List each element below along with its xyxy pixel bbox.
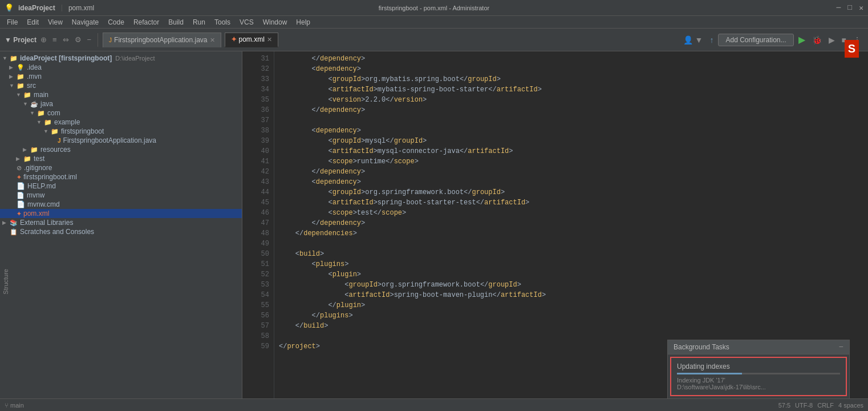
window-title: firstspringboot - pom.xml - Administrato… [379, 5, 489, 11]
tree-ext-libs[interactable]: ▶ 📚 External Libraries [0, 218, 242, 227]
line-number: 36 [254, 105, 269, 115]
menu-run[interactable]: Run [188, 17, 210, 27]
code-line: <artifactId>spring-boot-maven-plugin</ar… [279, 290, 863, 300]
root-path: D:\ideaProject [115, 55, 155, 62]
bg-tasks-close-button[interactable]: − [839, 342, 843, 352]
line-number: 41 [254, 156, 269, 167]
settings-button[interactable]: ⚙ [73, 35, 83, 45]
main-arrow: ▼ [16, 92, 22, 98]
menu-navigate[interactable]: Navigate [67, 17, 103, 27]
line-number: 52 [254, 269, 269, 280]
code-line: </dependencies> [279, 228, 863, 239]
git-branch[interactable]: ⑂ main [5, 402, 24, 409]
tree-helpmd[interactable]: ▶ 📄 HELP.md [0, 182, 242, 191]
project-sidebar: ▼ 📁 ideaProject [firstspringboot] D:\ide… [0, 51, 242, 398]
line-number: 47 [254, 218, 269, 228]
menu-vcs[interactable]: VCS [235, 17, 258, 27]
line-ending[interactable]: CRLF [817, 402, 834, 409]
close-pom-tab[interactable]: ✕ [267, 36, 272, 43]
line-number: 37 [254, 115, 269, 126]
line-number: 56 [254, 311, 269, 321]
code-line [279, 239, 863, 249]
tree-java[interactable]: ▼ ☕ java [0, 99, 242, 108]
idea-folder-icon: 💡 [17, 64, 25, 71]
menu-edit[interactable]: Edit [22, 17, 43, 27]
tree-com[interactable]: ▼ 📁 com [0, 108, 242, 118]
vcs-update-button[interactable]: ↑ [707, 34, 716, 46]
code-line: <scope>runtime</scope> [279, 156, 863, 167]
add-module-button[interactable]: ⊕ [39, 35, 48, 45]
collapse-all-button[interactable]: ≡ [51, 35, 59, 45]
tree-firstspringboot[interactable]: ▼ 📁 firstspringboot [0, 127, 242, 136]
minimize-button[interactable]: ─ [837, 3, 841, 13]
debug-button[interactable]: 🐞 [810, 34, 824, 46]
line-number: 43 [254, 177, 269, 187]
menu-file[interactable]: File [2, 17, 22, 27]
resources-label: resources [40, 146, 71, 154]
maximize-button[interactable]: □ [847, 3, 852, 13]
menu-tools[interactable]: Tools [210, 17, 235, 27]
bg-task-path: D:\software\Java\jdk-17\lib\src... [677, 384, 840, 390]
fsp-arrow: ▼ [43, 128, 49, 134]
tree-pomxml[interactable]: ▶ ✦ pom.xml [0, 209, 242, 218]
project-dropdown[interactable]: ▼ Project [5, 36, 36, 44]
user-profile-button[interactable]: 👤 ▼ [681, 34, 705, 46]
code-line: <build> [279, 249, 863, 259]
add-configuration-button[interactable]: Add Configuration... [718, 34, 793, 46]
mvnwcmd-label: mvnw.cmd [27, 200, 60, 208]
close-button[interactable]: ✕ [859, 3, 863, 13]
tree-root[interactable]: ▼ 📁 ideaProject [firstspringboot] D:\ide… [0, 54, 242, 63]
close-java-tab[interactable]: ✕ [210, 37, 215, 44]
mvnw-label: mvnw [27, 191, 44, 199]
tab-java[interactable]: J FirstspringbootApplication.java ✕ [103, 33, 221, 47]
code-line: <artifactId>mysql-connector-java</artifa… [279, 146, 863, 156]
scratches-icon: 📋 [10, 228, 18, 236]
encoding[interactable]: UTF-8 [795, 402, 813, 409]
structure-label[interactable]: Structure [0, 267, 11, 297]
tree-mvnwcmd[interactable]: ▶ 📄 mvnw.cmd [0, 200, 242, 209]
tree-scratches[interactable]: ▶ 📋 Scratches and Consoles [0, 227, 242, 236]
code-line: </plugin> [279, 300, 863, 311]
code-line: <plugin> [279, 269, 863, 280]
bg-task-progress-bar [677, 373, 742, 374]
line-number: 40 [254, 146, 269, 156]
run-button[interactable]: ▶ [796, 33, 808, 46]
com-folder-icon: 📁 [37, 110, 45, 117]
scratches-label: Scratches and Consoles [20, 228, 94, 236]
menu-view[interactable]: View [43, 17, 67, 27]
menu-refactor[interactable]: Refactor [129, 17, 164, 27]
tree-mvn[interactable]: ▶ 📁 .mvn [0, 72, 242, 81]
bg-task-name: Updating indexes [677, 362, 840, 370]
tree-resources[interactable]: ▶ 📁 resources [0, 145, 242, 154]
line-number: 44 [254, 187, 269, 198]
code-line: <dependency> [279, 126, 863, 136]
menu-window[interactable]: Window [258, 17, 292, 27]
fsp-folder-icon: 📁 [51, 128, 59, 135]
tree-example[interactable]: ▼ 📁 example [0, 118, 242, 127]
tree-main[interactable]: ▼ 📁 main [0, 90, 242, 99]
hide-sidebar-button[interactable]: − [86, 35, 94, 45]
menu-build[interactable]: Build [164, 17, 188, 27]
java-arrow: ▼ [23, 101, 29, 107]
code-line: </dependency> [279, 218, 863, 228]
coverage-button[interactable]: ▶ [826, 34, 837, 46]
line-number: 51 [254, 259, 269, 269]
line-number: 59 [254, 341, 269, 352]
test-arrow: ▶ [16, 156, 22, 162]
com-label: com [47, 109, 60, 117]
tree-test[interactable]: ▶ 📁 test [0, 154, 242, 163]
menu-help[interactable]: Help [291, 17, 315, 27]
tree-java-file[interactable]: ▶ J FirstspringbootApplication.java [0, 136, 242, 145]
java-label: java [40, 100, 53, 108]
helpmd-icon: 📄 [17, 182, 25, 190]
tree-idea[interactable]: ▶ 💡 .idea [0, 63, 242, 72]
tree-src[interactable]: ▼ 📁 src [0, 81, 242, 90]
tree-gitignore[interactable]: ▶ ⊘ .gitignore [0, 163, 242, 172]
menu-code[interactable]: Code [103, 17, 129, 27]
idea-label: .idea [27, 63, 42, 71]
tab-pom[interactable]: ✦ pom.xml ✕ [225, 33, 278, 47]
window-controls-right[interactable]: ─ □ ✕ [837, 3, 863, 13]
tree-iml[interactable]: ▶ ✦ firstspringboot.iml [0, 172, 242, 182]
scroll-editor-button[interactable]: ⇔ [61, 35, 71, 45]
tree-mvnw[interactable]: ▶ 📄 mvnw [0, 191, 242, 200]
